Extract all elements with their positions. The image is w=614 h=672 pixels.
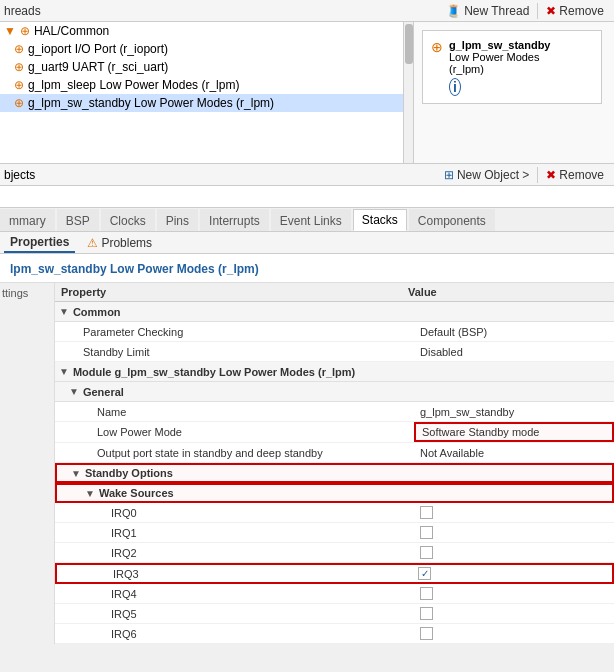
right-component-panel: ⊕ g_lpm_sw_standby Low Power Modes (r_lp…: [414, 22, 614, 163]
irq5-checkbox-cell: [414, 605, 614, 622]
prop-irq0: IRQ0: [55, 503, 614, 523]
irq2-checkbox-cell: [414, 544, 614, 561]
irq3-checkbox-cell: ✓: [412, 565, 612, 582]
component-box: ⊕ g_lpm_sw_standby Low Power Modes (r_lp…: [422, 30, 602, 104]
param-checking-label: Parameter Checking: [55, 324, 414, 340]
name-value[interactable]: g_lpm_sw_standby: [414, 404, 614, 420]
irq4-checkbox[interactable]: [420, 587, 433, 600]
component-box-name: g_lpm_sw_standby: [449, 39, 550, 51]
new-thread-button[interactable]: 🧵 New Thread: [440, 2, 535, 20]
irq6-label: IRQ6: [55, 626, 414, 642]
new-thread-icon: 🧵: [446, 4, 461, 18]
warning-icon: ⚠: [87, 236, 98, 250]
property-header: Property: [61, 286, 408, 298]
name-label: Name: [55, 404, 414, 420]
output-port-value: Not Available: [414, 445, 614, 461]
chevron-common: ▼: [59, 306, 69, 317]
remove-obj-icon: ✖: [546, 168, 556, 182]
subtab-problems[interactable]: ⚠ Problems: [81, 234, 158, 252]
section-common: ▼ Common: [55, 302, 614, 322]
irq3-checkbox[interactable]: ✓: [418, 567, 431, 580]
general-label: General: [83, 386, 124, 398]
threads-scrollbar[interactable]: [403, 22, 413, 163]
prop-irq4: IRQ4: [55, 584, 614, 604]
chevron-standby: ▼: [71, 468, 81, 479]
irq0-label: IRQ0: [55, 505, 414, 521]
component-box-driver: (r_lpm): [449, 63, 550, 75]
subtabs-bar: Properties ⚠ Problems: [0, 232, 614, 254]
tab-clocks[interactable]: Clocks: [101, 209, 155, 231]
wake-sources-label: Wake Sources: [99, 487, 174, 499]
tab-pins[interactable]: Pins: [157, 209, 198, 231]
prop-irq6: IRQ6: [55, 624, 614, 644]
tab-event-links[interactable]: Event Links: [271, 209, 351, 231]
irq0-checkbox[interactable]: [420, 506, 433, 519]
threads-title: hreads: [4, 4, 41, 18]
thread-label: g_uart9 UART (r_sci_uart): [28, 60, 168, 74]
irq2-label: IRQ2: [55, 545, 414, 561]
remove-object-button[interactable]: ✖ Remove: [540, 166, 610, 184]
threads-row: ▼ ⊕ HAL/Common ⊕ g_ioport I/O Port (r_io…: [0, 22, 413, 163]
props-table: Property Value ▼ Common Parameter Checki…: [55, 283, 614, 644]
objects-bar: bjects ⊞ New Object > ✖ Remove: [0, 164, 614, 186]
main-split: ▼ ⊕ HAL/Common ⊕ g_ioport I/O Port (r_io…: [0, 22, 614, 164]
remove-thread-button[interactable]: ✖ Remove: [540, 2, 610, 20]
irq4-label: IRQ4: [55, 586, 414, 602]
irq0-checkbox-cell: [414, 504, 614, 521]
irq5-checkbox[interactable]: [420, 607, 433, 620]
new-object-button[interactable]: ⊞ New Object >: [438, 166, 535, 184]
irq1-label: IRQ1: [55, 525, 414, 541]
irq3-label: IRQ3: [57, 566, 412, 582]
section-wake-sources: ▼ Wake Sources: [55, 483, 614, 503]
info-icon: i: [449, 78, 461, 96]
standby-limit-value: Disabled: [414, 344, 614, 360]
thread-item-uart[interactable]: ⊕ g_uart9 UART (r_sci_uart): [0, 58, 403, 76]
low-power-mode-value[interactable]: Software Standby mode: [414, 422, 614, 442]
irq1-checkbox-cell: [414, 524, 614, 541]
props-table-header: Property Value: [55, 283, 614, 302]
divider: [537, 3, 538, 19]
prop-output-port: Output port state in standby and deep st…: [55, 443, 614, 463]
prop-standby-limit: Standby Limit Disabled: [55, 342, 614, 362]
props-layout: ttings Property Value ▼ Common Parameter…: [0, 283, 614, 644]
thread-item-lpm-standby[interactable]: ⊕ g_lpm_sw_standby Low Power Modes (r_lp…: [0, 94, 403, 112]
module-title: lpm_sw_standby Low Power Modes (r_lpm): [0, 254, 614, 283]
folder-icon: ▼: [4, 24, 16, 38]
low-power-mode-label: Low Power Mode: [55, 424, 414, 440]
thread-item-ioport[interactable]: ⊕ g_ioport I/O Port (r_ioport): [0, 40, 403, 58]
thread-item-lpm-sleep[interactable]: ⊕ g_lpm_sleep Low Power Modes (r_lpm): [0, 76, 403, 94]
value-header: Value: [408, 286, 608, 298]
prop-irq2: IRQ2: [55, 543, 614, 563]
thread-label: g_ioport I/O Port (r_ioport): [28, 42, 168, 56]
tab-stacks[interactable]: Stacks: [353, 209, 407, 231]
tab-interrupts[interactable]: Interrupts: [200, 209, 269, 231]
threads-topbar: hreads 🧵 New Thread ✖ Remove: [0, 0, 614, 22]
prop-low-power-mode: Low Power Mode Software Standby mode: [55, 422, 614, 443]
irq4-checkbox-cell: [414, 585, 614, 602]
standby-limit-label: Standby Limit: [55, 344, 414, 360]
thread-label: g_lpm_sleep Low Power Modes (r_lpm): [28, 78, 239, 92]
settings-sidebar: ttings: [0, 283, 55, 644]
irq6-checkbox-cell: [414, 625, 614, 642]
subtab-properties[interactable]: Properties: [4, 233, 75, 253]
component-box-icon: ⊕: [431, 39, 443, 55]
thread-item-hal[interactable]: ▼ ⊕ HAL/Common: [0, 22, 403, 40]
prop-irq5: IRQ5: [55, 604, 614, 624]
irq1-checkbox[interactable]: [420, 526, 433, 539]
irq2-checkbox[interactable]: [420, 546, 433, 559]
irq5-label: IRQ5: [55, 606, 414, 622]
irq6-checkbox[interactable]: [420, 627, 433, 640]
tabs-bar: mmary BSP Clocks Pins Interrupts Event L…: [0, 208, 614, 232]
section-module: ▼ Module g_lpm_sw_standby Low Power Mode…: [55, 362, 614, 382]
thread-label: HAL/Common: [34, 24, 109, 38]
tab-bsp[interactable]: BSP: [57, 209, 99, 231]
component-icon: ⊕: [20, 24, 30, 38]
chevron-wake: ▼: [85, 488, 95, 499]
component-box-module: Low Power Modes: [449, 51, 550, 63]
chevron-module: ▼: [59, 366, 69, 377]
thread-label: g_lpm_sw_standby Low Power Modes (r_lpm): [28, 96, 274, 110]
tab-components[interactable]: Components: [409, 209, 495, 231]
standby-options-label: Standby Options: [85, 467, 173, 479]
new-object-icon: ⊞: [444, 168, 454, 182]
tab-summary[interactable]: mmary: [0, 209, 55, 231]
